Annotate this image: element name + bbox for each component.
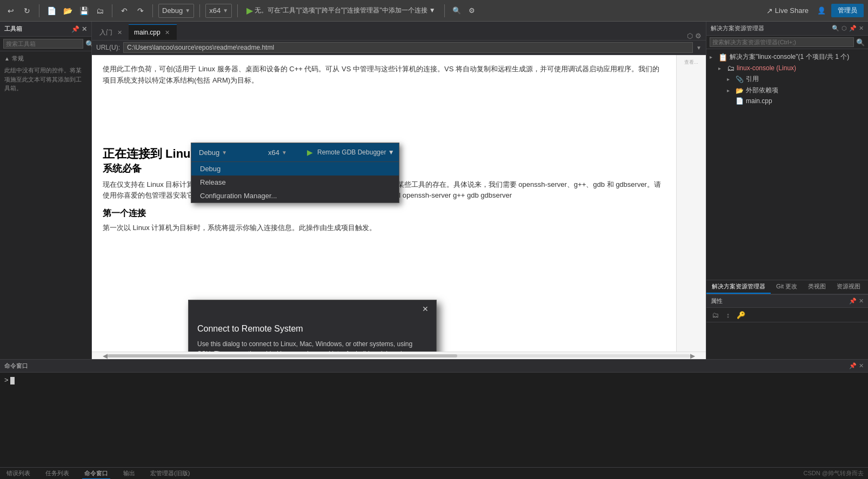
close-toolbox-icon[interactable]: ✕ [82, 25, 87, 33]
tree-item-main[interactable]: 📄 main.cpp [706, 96, 868, 106]
dialog-close-button[interactable]: ✕ [420, 303, 431, 314]
arch-dropdown[interactable]: x64 ▼ [205, 4, 232, 18]
search-icon: 🔍 [452, 6, 461, 15]
tree-item-project[interactable]: ▸ 🗂 linux-console (Linux) [706, 63, 868, 73]
footer-tab-macro[interactable]: 宏管理器(旧版) [148, 468, 192, 478]
tab-solution-explorer[interactable]: 解决方案资源管理器 [706, 280, 771, 294]
redo-button[interactable]: ↷ [134, 5, 147, 16]
tab-intro-close[interactable]: ✕ [116, 29, 123, 36]
tab-main-close[interactable]: ✕ [164, 29, 171, 36]
footer-tab-output[interactable]: 输出 [121, 468, 137, 478]
solution-file-icon: 📋 [718, 53, 727, 62]
expand-ref-icon: ▸ [727, 76, 733, 82]
separator-6 [444, 4, 445, 17]
prop-pin-icon[interactable]: 📌 [849, 298, 857, 305]
bottom-panel-icons: 📌 ✕ [849, 362, 864, 369]
footer-tab-errors[interactable]: 错误列表 [4, 468, 32, 478]
heading1-text: 正在连接到 Linux [103, 146, 197, 162]
sol-close-icon[interactable]: ✕ [859, 25, 864, 32]
live-share-icon: ↗ [766, 6, 773, 15]
prop-icon-2[interactable]: ↕ [723, 309, 733, 320]
search-icon-btn[interactable]: 🔍 [450, 5, 463, 16]
open-button[interactable]: 📂 [61, 5, 74, 16]
live-share-label: Live Share [775, 6, 809, 15]
prop-icon-3[interactable]: 🔑 [736, 309, 746, 320]
command-content[interactable]: > [0, 373, 868, 467]
properties-icons: 📌 ✕ [849, 298, 864, 305]
pin-icon[interactable]: 📌 [71, 25, 79, 33]
new-button[interactable]: 📄 [45, 5, 58, 16]
toolbox-section-general[interactable]: ▲ 常规 [4, 55, 87, 63]
dialog-title: Connect to Remote System [197, 324, 428, 334]
tab-resource-view[interactable]: 资源视图 [831, 280, 866, 294]
play-inline-btn[interactable]: ▶ [307, 148, 313, 157]
url-input[interactable] [123, 42, 693, 53]
new-icon: 📄 [47, 6, 56, 15]
tree-item-solution[interactable]: ▸ 📋 解决方案"linux-console"(1 个项目/共 1 个) [706, 51, 868, 63]
debug-config-row: Debug ▼ x64 ▼ ▶ Remote GDB Debugger ▼ [191, 143, 399, 162]
footer-tab-tasks[interactable]: 任务列表 [43, 468, 71, 478]
sol-pin-icon[interactable]: 📌 [849, 25, 857, 32]
sol-nav-icon[interactable]: ⬡ [842, 25, 847, 32]
debug-inline-arrow: ▼ [222, 150, 227, 156]
scroll-left-btn[interactable]: ◀ [103, 352, 108, 360]
separator-5 [237, 4, 238, 17]
solution-label: 解决方案"linux-console"(1 个项目/共 1 个) [730, 52, 849, 62]
tab-main[interactable]: main.cpp ✕ [129, 24, 177, 40]
doc-para3: 第一次以 Linux 计算机为目标时，系统将提示你输入连接信息。此操作由生成项目… [103, 222, 665, 234]
debug-config-label: Debug [162, 6, 183, 15]
tab-intro[interactable]: 入门 ✕ [94, 24, 129, 40]
sol-search-icon[interactable]: 🔍 [832, 25, 839, 32]
expand-icon[interactable]: ⬡ [687, 32, 693, 40]
debug-option-debug[interactable]: Debug [191, 162, 399, 176]
debug-dropdown-inline[interactable]: Debug ▼ [196, 145, 261, 159]
arch-dropdown-inline[interactable]: x64 ▼ [265, 145, 303, 159]
section-label: 常规 [12, 55, 24, 63]
expand-ext-ref-icon: ▸ [727, 87, 733, 93]
bottom-pin-icon[interactable]: 📌 [849, 362, 857, 369]
save-icon: 💾 [79, 6, 88, 15]
tree-item-ext-ref[interactable]: ▸ 📂 外部依赖项 [706, 85, 868, 96]
run-button[interactable]: ▶ 无。可在"工具"|"选项"|"跨平台"|"连接管理器"中添加一个连接 ▼ [243, 4, 439, 17]
misc-button[interactable]: ⚙ [466, 5, 477, 16]
debug-option-release[interactable]: Release [191, 176, 399, 189]
debug-dropdown-arrow: ▼ [185, 8, 190, 14]
save-all-button[interactable]: 🗂 [94, 5, 106, 16]
solution-search-input[interactable] [710, 37, 854, 47]
scroll-right-btn[interactable]: ▶ [690, 352, 695, 360]
solution-tree: ▸ 📋 解决方案"linux-console"(1 个项目/共 1 个) ▸ 🗂… [706, 49, 868, 280]
doc-content[interactable]: 使用此工作负荷，可创(适用于 Linux 服务器、桌面和设备的 C++ 代码。可… [92, 55, 676, 352]
refresh-button[interactable]: ↻ [21, 5, 34, 16]
save-all-icon: 🗂 [96, 6, 104, 15]
live-share-button[interactable]: ↗ Live Share [763, 5, 812, 16]
doc-scrollbar-h[interactable]: ◀ ▶ [92, 352, 706, 359]
bottom-footer: 错误列表 任务列表 命令窗口 输出 宏管理器(旧版) CSDN @帅气转身而去 [0, 467, 868, 479]
toolbox-header-icons: 📌 ✕ [71, 25, 87, 33]
footer-tab-command[interactable]: 命令窗口 [82, 468, 110, 479]
tab-git-changes[interactable]: Git 更改 [771, 280, 803, 294]
prop-icon-1[interactable]: 🗂 [710, 309, 720, 320]
back-button[interactable]: ↩ [4, 5, 17, 16]
toolbox-title: 工具箱 [4, 25, 22, 33]
undo-button[interactable]: ↶ [118, 5, 131, 16]
admin-button[interactable]: 管理员 [831, 4, 864, 17]
redo-icon: ↷ [136, 6, 145, 15]
url-dropdown-arrow[interactable]: ▼ [696, 45, 702, 51]
debug-option-config-manager[interactable]: Configuration Manager... [191, 189, 399, 203]
settings-icon[interactable]: ⚙ [695, 32, 702, 40]
bottom-close-icon[interactable]: ✕ [859, 362, 864, 369]
user-icon-btn[interactable]: 👤 [815, 5, 828, 16]
debug-config-dropdown[interactable]: Debug ▼ [158, 4, 194, 18]
right-bottom-tabs: 解决方案资源管理器 Git 更改 类视图 资源视图 [706, 280, 868, 294]
search-toolbox-input[interactable] [3, 39, 83, 49]
tab-class-view[interactable]: 类视图 [803, 280, 831, 294]
solution-explorer-header: 解决方案资源管理器 🔍 ⬡ 📌 ✕ [706, 22, 868, 36]
toolbox-empty-text: 此组中没有可用的控件。将某项施至此文本可将其添加到工具箱。 [4, 66, 87, 93]
doc-scroll-track[interactable] [108, 354, 690, 357]
prop-close-icon[interactable]: ✕ [859, 298, 864, 305]
doc-scroll-thumb[interactable] [108, 354, 457, 357]
ref-icon: 📎 [736, 76, 744, 83]
tree-item-ref[interactable]: ▸ 📎 引用 [706, 73, 868, 85]
save-button[interactable]: 💾 [77, 5, 90, 16]
sol-search-btn[interactable]: 🔍 [856, 38, 865, 46]
